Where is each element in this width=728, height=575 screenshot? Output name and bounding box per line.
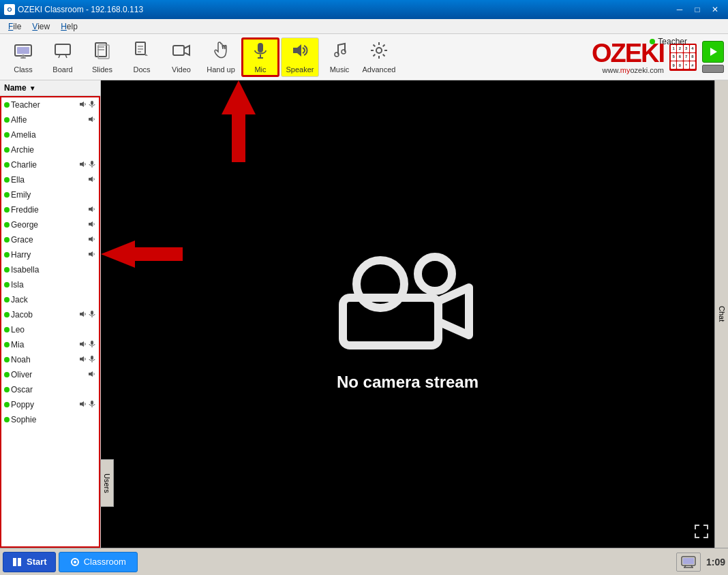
svg-marker-21 bbox=[293, 44, 301, 57]
user-speaker-icon[interactable] bbox=[79, 355, 87, 364]
user-status-dot bbox=[4, 312, 10, 317]
toolbar-docs-button[interactable]: Docs bbox=[123, 37, 161, 77]
userlist-body[interactable]: TeacherAlfieAmeliaArchieCharlieEllaEmily… bbox=[0, 96, 100, 548]
user-row[interactable]: Isabella bbox=[1, 262, 99, 277]
user-action-icons bbox=[79, 340, 96, 349]
user-speaker-icon[interactable] bbox=[88, 205, 96, 215]
advanced-label: Advanced bbox=[363, 65, 396, 74]
user-name-label: Oliver bbox=[11, 370, 87, 379]
toolbar-video-button[interactable]: Video bbox=[162, 37, 200, 77]
time-display: 1:09 bbox=[706, 557, 725, 568]
stop-button[interactable] bbox=[702, 65, 724, 73]
no-stream-text: No camera stream bbox=[337, 373, 479, 392]
user-row[interactable]: Leo bbox=[1, 322, 99, 337]
user-speaker-icon[interactable] bbox=[88, 115, 96, 125]
board-icon bbox=[53, 41, 72, 64]
svg-rect-4 bbox=[55, 44, 70, 55]
user-row[interactable]: Noah bbox=[1, 352, 99, 367]
user-row[interactable]: Alfie bbox=[1, 112, 99, 127]
toolbar-mic-button[interactable]: Mic bbox=[241, 37, 279, 77]
svg-point-60 bbox=[74, 561, 76, 563]
user-name-label: Harry bbox=[11, 250, 87, 260]
toolbar-handup-button[interactable]: Hand up bbox=[202, 37, 240, 77]
user-mic-icon[interactable] bbox=[88, 340, 96, 349]
user-status-dot bbox=[4, 192, 10, 198]
user-row[interactable]: Sophie bbox=[1, 412, 99, 427]
toolbar-board-button[interactable]: Board bbox=[44, 37, 82, 77]
user-row[interactable]: Teacher bbox=[1, 97, 99, 112]
user-status-dot bbox=[4, 237, 10, 243]
user-row[interactable]: Charlie bbox=[1, 157, 99, 172]
user-action-icons bbox=[88, 220, 96, 230]
window-title: OZEKI Classroom - 192.168.0.113 bbox=[18, 5, 671, 14]
user-row[interactable]: Grace bbox=[1, 232, 99, 247]
user-row[interactable]: Isla bbox=[1, 277, 99, 292]
user-name-label: Ella bbox=[11, 175, 87, 185]
play-button[interactable] bbox=[702, 41, 724, 63]
user-row[interactable]: Mia bbox=[1, 337, 99, 352]
toolbar-speaker-button[interactable]: Speaker bbox=[281, 37, 319, 77]
toolbar-music-button[interactable]: Music bbox=[320, 37, 359, 77]
music-icon bbox=[330, 41, 349, 64]
svg-marker-31 bbox=[89, 116, 93, 122]
speaker-icon bbox=[290, 41, 309, 64]
user-row[interactable]: Jacob bbox=[1, 307, 99, 322]
mic-label: Mic bbox=[254, 65, 266, 74]
monitor-icon-button[interactable] bbox=[676, 553, 701, 572]
classroom-button[interactable]: Classroom bbox=[59, 552, 138, 572]
user-row[interactable]: Jack bbox=[1, 292, 99, 307]
toolbar-slides-button[interactable]: Slides bbox=[83, 37, 121, 77]
user-speaker-icon[interactable] bbox=[79, 160, 87, 170]
toolbar-advanced-button[interactable]: Advanced bbox=[360, 37, 398, 77]
minimize-button[interactable]: ─ bbox=[671, 0, 688, 19]
user-name-label: Charlie bbox=[11, 160, 78, 170]
close-button[interactable]: ✕ bbox=[706, 0, 724, 19]
user-speaker-icon[interactable] bbox=[79, 310, 87, 320]
start-button[interactable]: Start bbox=[3, 552, 56, 572]
user-status-dot bbox=[4, 102, 10, 108]
menu-file[interactable]: File bbox=[3, 20, 27, 33]
status-right: 1:09 bbox=[676, 553, 725, 572]
svg-rect-57 bbox=[13, 558, 16, 566]
user-row[interactable]: Oliver bbox=[1, 367, 99, 382]
menu-view[interactable]: View bbox=[27, 20, 55, 33]
user-status-dot bbox=[4, 372, 10, 377]
user-mic-icon[interactable] bbox=[88, 160, 96, 170]
user-speaker-icon[interactable] bbox=[79, 340, 87, 349]
sort-icon[interactable]: ▼ bbox=[29, 84, 36, 92]
user-row[interactable]: Freddie bbox=[1, 202, 99, 217]
user-row[interactable]: Ella bbox=[1, 172, 99, 187]
user-mic-icon[interactable] bbox=[88, 400, 96, 409]
user-row[interactable]: Archie bbox=[1, 142, 99, 157]
user-row[interactable]: Amelia bbox=[1, 127, 99, 142]
svg-rect-18 bbox=[258, 43, 263, 52]
user-name-label: Freddie bbox=[11, 205, 87, 215]
user-status-dot bbox=[4, 387, 10, 392]
class-label: Class bbox=[14, 65, 33, 74]
user-mic-icon[interactable] bbox=[88, 100, 96, 110]
maximize-button[interactable]: □ bbox=[688, 0, 706, 19]
toolbar-class-button[interactable]: Class bbox=[4, 37, 42, 77]
svg-marker-39 bbox=[89, 251, 93, 257]
user-status-dot bbox=[4, 117, 10, 123]
user-speaker-icon[interactable] bbox=[88, 220, 96, 230]
users-tab[interactable]: Users bbox=[100, 459, 114, 507]
user-speaker-icon[interactable] bbox=[88, 250, 96, 260]
user-row[interactable]: George bbox=[1, 217, 99, 232]
user-status-dot bbox=[4, 177, 10, 183]
user-speaker-icon[interactable] bbox=[88, 175, 96, 185]
menu-help[interactable]: Help bbox=[55, 20, 83, 33]
user-speaker-icon[interactable] bbox=[88, 235, 96, 245]
user-row[interactable]: Poppy bbox=[1, 397, 99, 412]
user-speaker-icon[interactable] bbox=[79, 400, 87, 409]
mic-icon bbox=[251, 41, 270, 64]
user-mic-icon[interactable] bbox=[88, 310, 96, 320]
user-row[interactable]: Oscar bbox=[1, 382, 99, 397]
user-speaker-icon[interactable] bbox=[79, 100, 87, 110]
chat-tab[interactable]: Chat bbox=[714, 80, 728, 548]
user-mic-icon[interactable] bbox=[88, 355, 96, 364]
user-speaker-icon[interactable] bbox=[88, 370, 96, 379]
user-row[interactable]: Harry bbox=[1, 247, 99, 262]
user-row[interactable]: Emily bbox=[1, 187, 99, 202]
fullscreen-button[interactable] bbox=[694, 524, 709, 542]
